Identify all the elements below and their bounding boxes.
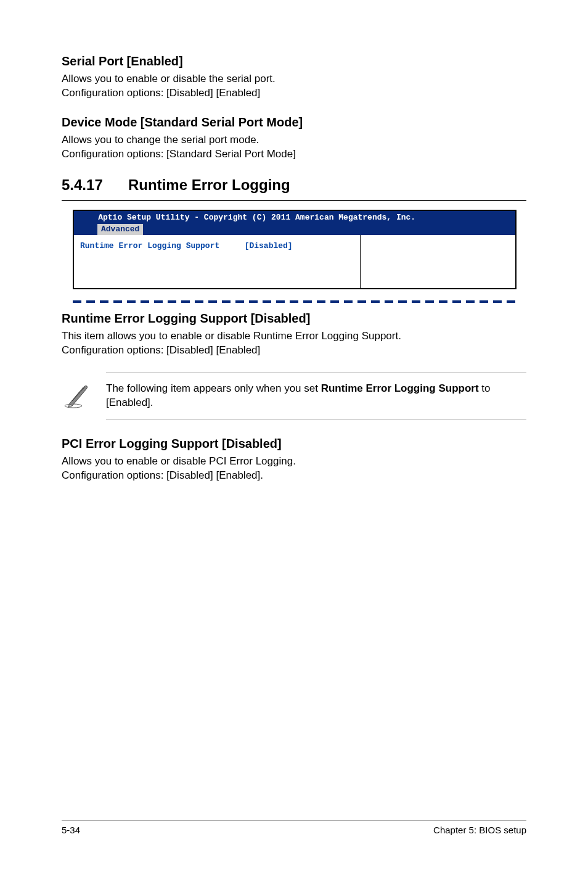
note-bold-text: Runtime Error Logging Support — [321, 382, 479, 394]
bios-header: Aptio Setup Utility - Copyright (C) 2011… — [74, 211, 515, 236]
heading-title: Runtime Error Logging — [128, 176, 290, 193]
heading-number: 5.4.17 — [62, 176, 128, 194]
pen-icon — [62, 381, 92, 411]
text-line: Configuration options: [Disabled] [Enabl… — [62, 344, 260, 356]
text-line: Allows you to change the serial port mod… — [62, 134, 259, 146]
heading-device-mode: Device Mode [Standard Serial Port Mode] — [62, 115, 526, 130]
bios-tab-advanced: Advanced — [97, 224, 143, 235]
bios-left-pane: Runtime Error Logging Support [Disabled] — [74, 235, 361, 288]
text-line: Allows you to enable or disable the seri… — [62, 73, 276, 85]
paragraph-runtime-support: This item allows you to enable or disabl… — [62, 329, 526, 358]
bios-item-label: Runtime Error Logging Support — [80, 241, 245, 282]
paragraph-device-mode: Allows you to change the serial port mod… — [62, 133, 526, 162]
text-line: Allows you to enable or disable PCI Erro… — [62, 455, 296, 467]
note-block: The following item appears only when you… — [62, 373, 526, 419]
heading-runtime-error-logging: 5.4.17Runtime Error Logging — [62, 176, 526, 194]
bios-right-pane — [361, 235, 515, 288]
paragraph-serial-port: Allows you to enable or disable the seri… — [62, 72, 526, 101]
text-line: Configuration options: [Disabled] [Enabl… — [62, 87, 260, 99]
bios-body: Runtime Error Logging Support [Disabled] — [74, 235, 515, 288]
bios-bottom-dash — [73, 300, 517, 303]
text-line: Configuration options: [Standard Serial … — [62, 148, 296, 160]
bios-header-text: Aptio Setup Utility - Copyright (C) 2011… — [98, 213, 415, 222]
heading-pci-error: PCI Error Logging Support [Disabled] — [62, 437, 526, 451]
bios-screenshot: Aptio Setup Utility - Copyright (C) 2011… — [73, 210, 517, 290]
chapter-label: Chapter 5: BIOS setup — [433, 825, 526, 835]
bios-item-value: [Disabled] — [245, 241, 354, 282]
heading-runtime-support: Runtime Error Logging Support [Disabled] — [62, 311, 526, 326]
note-pre-text: The following item appears only when you… — [106, 382, 321, 394]
page-number: 5-34 — [62, 825, 80, 835]
heading-serial-port: Serial Port [Enabled] — [62, 54, 526, 68]
text-line: This item allows you to enable or disabl… — [62, 330, 401, 342]
text-line: Configuration options: [Disabled] [Enabl… — [62, 469, 263, 481]
page-footer: 5-34 Chapter 5: BIOS setup — [62, 820, 526, 835]
heading-underline — [62, 200, 526, 201]
note-text: The following item appears only when you… — [106, 373, 526, 419]
paragraph-pci-error: Allows you to enable or disable PCI Erro… — [62, 455, 526, 483]
